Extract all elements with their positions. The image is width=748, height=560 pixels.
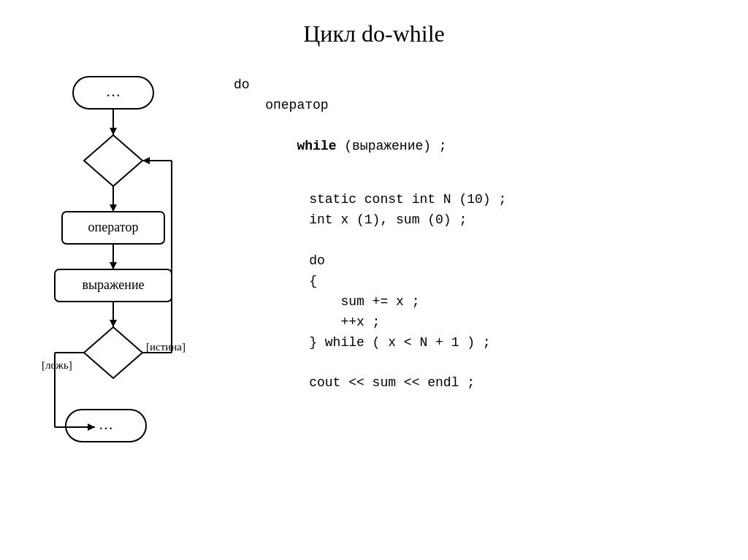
expression-label: выражение [82, 277, 144, 292]
ellipse-bottom-label: … [99, 416, 113, 432]
example-line2: int x (1), sum (0) ; [278, 210, 506, 231]
syntax-line1: do [234, 75, 506, 96]
svg-marker-5 [142, 157, 150, 164]
svg-marker-3 [84, 135, 142, 186]
example-line9 [278, 353, 506, 374]
page-title: Цикл do-while [0, 0, 748, 62]
example-line5: { [278, 272, 506, 292]
operator-label: оператор [88, 220, 139, 234]
syntax-line3-rest: (выражение) ; [336, 139, 446, 153]
svg-marker-14 [84, 327, 142, 378]
example-line6: sum += x ; [278, 292, 506, 312]
svg-marker-7 [110, 204, 117, 212]
example-line7: ++x ; [278, 312, 506, 333]
false-label: [ложь] [42, 359, 72, 371]
svg-marker-10 [110, 262, 117, 269]
code-panel: do оператор while (выражение) ; static c… [205, 69, 506, 496]
example-line1: static const int N (10) ; [278, 190, 506, 210]
flowchart-diagram: … оператор выражение [37, 69, 205, 496]
ellipse-top-label: … [106, 83, 121, 99]
example-block: static const int N (10) ; int x (1), sum… [278, 190, 506, 394]
example-line8: } while ( x < N + 1 ) ; [278, 333, 506, 353]
while-keyword: while [297, 139, 336, 153]
flowchart-svg: … оператор выражение [37, 69, 205, 493]
svg-marker-20 [88, 423, 95, 431]
example-line3 [278, 231, 506, 251]
syntax-line3: while (выражение) ; [234, 116, 506, 177]
example-line10: cout << sum << endl ; [278, 373, 506, 394]
true-label: [истина] [146, 341, 186, 353]
svg-marker-13 [110, 320, 117, 327]
svg-marker-2 [110, 128, 117, 135]
syntax-block: do оператор while (выражение) ; [234, 75, 506, 177]
example-line4: do [278, 251, 506, 272]
syntax-line2: оператор [234, 96, 506, 116]
